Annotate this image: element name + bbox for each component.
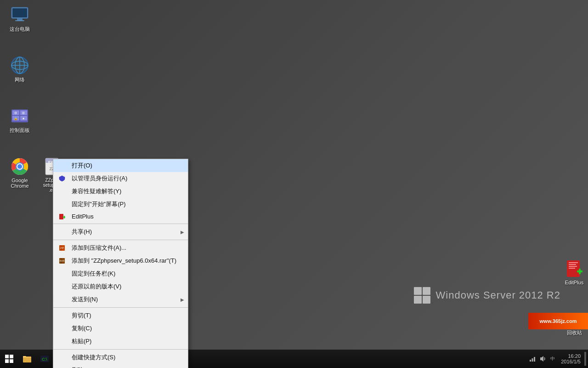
menu-item-editplus[interactable]: EditPlus xyxy=(53,211,188,222)
svg-rect-1 xyxy=(12,8,27,17)
svg-rect-30 xyxy=(569,266,577,267)
menu-item-compat[interactable]: 兼容性疑难解答(Y) xyxy=(53,185,188,198)
this-pc-icon xyxy=(11,6,29,24)
svg-rect-60 xyxy=(530,360,531,362)
svg-rect-61 xyxy=(532,358,533,362)
menu-item-run-as-admin[interactable]: 以管理员身份运行(A) xyxy=(53,172,188,185)
svg-rect-2 xyxy=(17,18,23,20)
desktop: 这台电脑 网络 ⚙ ⊞ 🔒 xyxy=(0,0,588,350)
control-panel-label: 控制面板 xyxy=(10,127,30,134)
svg-rect-33 xyxy=(579,269,581,274)
svg-rect-40 xyxy=(59,214,63,219)
menu-item-open-label: 打开(O) xyxy=(72,162,92,169)
menu-item-copy-label: 复制(C) xyxy=(72,325,92,332)
menu-item-send-to[interactable]: 发送到(N) xyxy=(53,293,188,306)
start-button[interactable] xyxy=(0,350,18,368)
rar-icon: RAR xyxy=(58,257,66,265)
control-panel-icon: ⚙ ⊞ 🔒 ★ xyxy=(11,107,29,125)
network-icon xyxy=(11,56,29,75)
svg-rect-29 xyxy=(569,264,576,265)
windows-watermark: Windows Server 2012 R2 xyxy=(414,287,560,304)
taskbar-tray: 中 16:20 2016/1/5 xyxy=(528,352,588,366)
logo-365jz: www.365jz.com xyxy=(528,313,588,329)
menu-item-share-label: 共享(H) xyxy=(72,228,92,235)
menu-item-admin-label: 以管理员身份运行(A) xyxy=(72,175,127,182)
menu-item-cut-label: 剪切(T) xyxy=(72,312,91,319)
menu-item-cut[interactable]: 剪切(T) xyxy=(53,309,188,322)
tray-show-desktop[interactable] xyxy=(584,352,586,366)
menu-item-restoreprev-label: 还原以前的版本(V) xyxy=(72,283,121,290)
desktop-icon-editplus[interactable]: EditPlus xyxy=(558,258,588,287)
menu-item-share[interactable]: 共享(H) xyxy=(53,225,188,238)
menu-item-pintaskbar-label: 固定到任务栏(K) xyxy=(72,270,115,277)
menu-item-paste[interactable]: 粘贴(P) xyxy=(53,335,188,348)
separator-1 xyxy=(53,224,188,224)
svg-rect-31 xyxy=(569,268,575,269)
tray-sound-icon[interactable] xyxy=(538,354,547,363)
menu-item-sendto-label: 发送到(N) xyxy=(72,296,98,303)
desktop-icon-network[interactable]: 网络 xyxy=(4,54,36,85)
context-menu: 打开(O) 以管理员身份运行(A) 兼容性疑难解答(Y) 固定到"开始"屏幕(P… xyxy=(53,159,188,368)
svg-text:⚙: ⚙ xyxy=(14,111,17,115)
separator-3 xyxy=(53,307,188,308)
network-label: 网络 xyxy=(15,76,25,83)
chrome-icon xyxy=(11,157,29,176)
menu-item-delete[interactable]: 删除(D) xyxy=(53,364,188,368)
desktop-icon-this-pc[interactable]: 这台电脑 xyxy=(4,4,36,34)
menu-item-create-shortcut[interactable]: 创建快捷方式(S) xyxy=(53,351,188,364)
svg-text:RAR: RAR xyxy=(60,259,65,262)
svg-text:C:\: C:\ xyxy=(42,357,47,362)
menu-item-paste-label: 粘贴(P) xyxy=(72,338,91,345)
tray-keyboard-icon[interactable]: 中 xyxy=(548,354,557,363)
recycle-label: 回收站 xyxy=(567,329,582,336)
menu-item-add-zip[interactable]: ZIP 添加到压缩文件(A)... xyxy=(53,242,188,254)
svg-point-22 xyxy=(17,164,22,169)
separator-2 xyxy=(53,240,188,240)
watermark-text: Windows Server 2012 R2 xyxy=(436,289,560,301)
menu-item-addrar-label: 添加到 "ZZphpserv_setup6.0x64.rar"(T) xyxy=(72,257,176,264)
this-pc-label: 这台电脑 xyxy=(10,26,30,33)
start-logo-icon xyxy=(5,355,13,363)
svg-text:🔒: 🔒 xyxy=(14,116,18,121)
zip-icon: ZIP xyxy=(58,244,66,252)
svg-text:★: ★ xyxy=(22,117,25,120)
menu-item-editplus-label: EditPlus xyxy=(72,213,94,220)
windows-logo-icon xyxy=(414,287,430,304)
svg-marker-63 xyxy=(540,356,543,362)
menu-item-restore-prev[interactable]: 还原以前的版本(V) xyxy=(53,280,188,293)
svg-text:⊞: ⊞ xyxy=(22,111,25,115)
editplus-icon xyxy=(565,259,583,278)
taskbar-cmd-icon[interactable]: C:\ xyxy=(36,350,53,368)
chrome-label: Google Chrome xyxy=(6,178,34,189)
svg-rect-62 xyxy=(534,357,535,362)
taskbar-file-explorer-icon[interactable] xyxy=(18,350,36,368)
svg-text:ZIP: ZIP xyxy=(60,247,64,249)
editplus-label: EditPlus xyxy=(565,280,583,285)
shield-icon xyxy=(58,174,66,183)
menu-item-open[interactable]: 打开(O) xyxy=(53,159,188,172)
tray-network-icon[interactable] xyxy=(528,354,537,363)
desktop-icon-control-panel[interactable]: ⚙ ⊞ 🔒 ★ 控制面板 xyxy=(4,105,36,136)
separator-4 xyxy=(53,349,188,350)
menu-item-compat-label: 兼容性疑难解答(Y) xyxy=(72,188,121,195)
menu-item-copy[interactable]: 复制(C) xyxy=(53,322,188,335)
menu-item-addzip-label: 添加到压缩文件(A)... xyxy=(72,244,126,251)
menu-item-pin-start[interactable]: 固定到"开始"屏幕(P) xyxy=(53,198,188,211)
menu-item-pin-start-label: 固定到"开始"屏幕(P) xyxy=(72,201,126,207)
svg-rect-28 xyxy=(569,262,578,263)
editplus-menu-icon xyxy=(58,213,66,221)
svg-rect-42 xyxy=(64,216,65,218)
tray-clock[interactable]: 16:20 2016/1/5 xyxy=(558,353,583,364)
menu-item-add-rar[interactable]: RAR 添加到 "ZZphpserv_setup6.0x64.rar"(T) xyxy=(53,254,188,267)
menu-item-shortcut-label: 创建快捷方式(S) xyxy=(72,354,115,361)
svg-rect-3 xyxy=(15,20,24,21)
svg-point-9 xyxy=(11,57,28,74)
menu-item-pin-taskbar[interactable]: 固定到任务栏(K) xyxy=(53,267,188,280)
desktop-icon-chrome[interactable]: Google Chrome xyxy=(4,155,36,190)
